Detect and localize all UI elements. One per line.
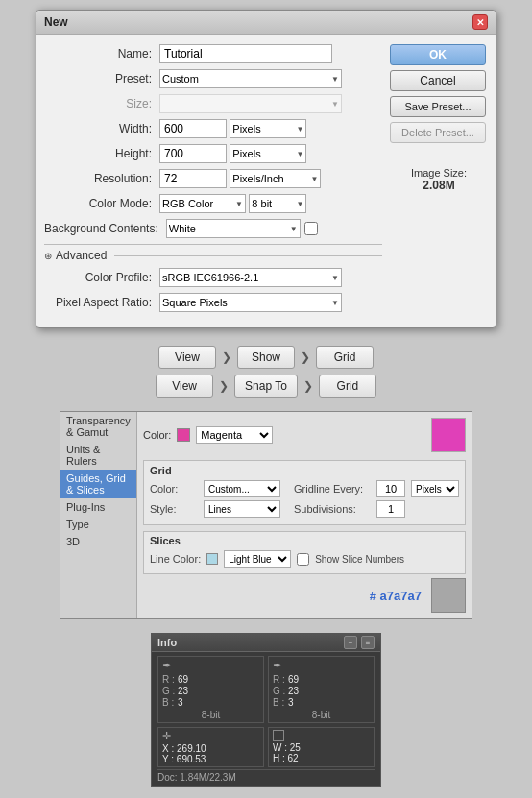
gridline-unit-select[interactable]: PixelsInchescm <box>411 480 459 497</box>
toolbar-snapto-btn[interactable]: Snap To <box>234 375 298 398</box>
resolution-input[interactable] <box>159 169 227 188</box>
grid-style-label: Style: <box>150 503 198 515</box>
name-row: Name: <box>44 44 382 63</box>
toolbar-arrow-1: ❯ <box>220 351 233 364</box>
info-col-left-header: ✒ <box>162 659 259 672</box>
size-label: Size: <box>44 97 159 110</box>
size-select[interactable] <box>159 94 342 113</box>
prefs-grid-section: Grid Color: Custom...Light RedLight Gree… <box>143 460 466 525</box>
color-profile-label: Color Profile: <box>44 271 159 284</box>
width-input[interactable] <box>159 119 227 138</box>
rect-icon <box>273 730 284 741</box>
grid-style-select[interactable]: LinesDashed LinesDots <box>204 500 280 518</box>
ok-button[interactable]: OK <box>390 44 486 65</box>
preset-select[interactable]: Custom Default Photoshop Size US Paper <box>159 69 342 88</box>
preset-row: Preset: Custom Default Photoshop Size US… <box>44 69 382 88</box>
color-mode-label: Color Mode: <box>44 197 159 210</box>
info-r1-row: R : 69 <box>162 674 259 685</box>
slices-row: Line Color: Light BlueRed Show Slice Num… <box>150 550 459 568</box>
bg-checkbox[interactable] <box>304 222 318 235</box>
bg-select[interactable]: WhiteBackground ColorTransparent <box>166 219 301 238</box>
b1-value: 3 <box>178 697 183 708</box>
height-row: Height: PixelsInchescm <box>44 144 382 163</box>
h-label: H : <box>273 753 285 763</box>
name-input[interactable] <box>159 44 332 63</box>
grid-color-select[interactable]: Custom...Light RedLight Green <box>204 480 280 497</box>
grid-color-row: Color: Custom...Light RedLight Green Gri… <box>150 480 459 497</box>
xy-header: ✛ <box>162 730 259 742</box>
g1-label: G : <box>162 686 176 696</box>
sidebar-item-plugins[interactable]: Plug-Ins <box>60 498 136 516</box>
delete-preset-button[interactable]: Delete Preset... <box>390 122 486 143</box>
color-mode-row: Color Mode: RGB ColorCMYKGrayscale 8 bit… <box>44 194 382 213</box>
show-numbers-checkbox[interactable] <box>297 553 309 566</box>
magenta-preview <box>431 418 466 452</box>
magenta-swatch <box>177 428 190 442</box>
info-col-left: ✒ R : 69 G : 23 B : 3 8-bit <box>157 656 264 723</box>
toolbar-row-1: View ❯ Show ❯ Grid <box>158 346 374 369</box>
cancel-button[interactable]: Cancel <box>390 70 486 91</box>
info-minimize-btn[interactable]: − <box>344 636 357 649</box>
sidebar-item-3d[interactable]: 3D <box>60 533 136 550</box>
bg-label: Background Contents: <box>44 222 166 235</box>
toolbar-grid-btn-1[interactable]: Grid <box>316 346 374 369</box>
g2-value: 23 <box>288 686 299 696</box>
sidebar-item-guides[interactable]: Guides, Grid & Slices <box>60 470 136 498</box>
b2-label: B : <box>273 697 286 708</box>
doc-label: Doc: <box>157 772 178 783</box>
grid-section-title: Grid <box>150 465 459 476</box>
width-unit-select[interactable]: PixelsInchescm <box>230 119 306 138</box>
y-value: 690.53 <box>177 754 206 764</box>
bit1-label: 8-bit <box>162 710 259 720</box>
gridline-input[interactable] <box>376 480 405 497</box>
height-unit-select[interactable]: PixelsInchescm <box>230 144 306 163</box>
eyedropper-icon-right: ✒ <box>273 659 282 672</box>
height-input[interactable] <box>159 144 227 163</box>
dialog-buttons: OK Cancel Save Preset... Delete Preset..… <box>382 44 488 318</box>
bit-select[interactable]: 8 bit16 bit32 bit <box>249 194 306 213</box>
dialog-titlebar: New ✕ <box>36 11 496 35</box>
info-title: Info <box>157 637 177 648</box>
width-row: Width: PixelsInchescm <box>44 119 382 138</box>
toolbar-arrow-4: ❯ <box>302 379 315 393</box>
toolbar-show-btn[interactable]: Show <box>237 346 295 369</box>
w-value: 25 <box>290 742 301 753</box>
info-r2-row: R : 69 <box>273 674 370 685</box>
info-controls: − ≡ <box>344 636 375 649</box>
save-preset-button[interactable]: Save Preset... <box>390 96 486 117</box>
gray-swatch <box>431 578 466 613</box>
toolbar-grid-btn-2[interactable]: Grid <box>319 375 376 398</box>
color-profile-select-wrapper: sRGB IEC61966-2.1Adobe RGB <box>159 268 342 287</box>
sidebar-item-type[interactable]: Type <box>60 516 136 533</box>
subdivisions-input[interactable] <box>376 500 405 518</box>
toolbar-view-btn-2[interactable]: View <box>156 375 213 398</box>
sidebar-item-units[interactable]: Units & Rulers <box>60 441 136 470</box>
resolution-unit-select[interactable]: Pixels/InchPixels/cm <box>230 169 321 188</box>
color-mode-select[interactable]: RGB ColorCMYKGrayscale <box>159 194 246 213</box>
info-menu-btn[interactable]: ≡ <box>361 636 375 649</box>
toolbar-view-btn-1[interactable]: View <box>158 346 216 369</box>
toolbar-arrow-2: ❯ <box>299 351 312 364</box>
toolbar-arrow-3: ❯ <box>217 379 230 393</box>
prefs-color-row: Color: MagentaCyanBlack <box>143 418 466 452</box>
line-color-select[interactable]: Light BlueRed <box>224 550 291 568</box>
advanced-header[interactable]: ⊛ Advanced <box>44 249 382 262</box>
sidebar-item-transparency[interactable]: Transparency & Gamut <box>60 412 136 441</box>
height-label: Height: <box>44 147 159 160</box>
line-color-swatch <box>206 553 218 565</box>
grid-color-label: Color: <box>150 483 198 495</box>
close-button[interactable]: ✕ <box>472 14 488 30</box>
info-b1-row: B : 3 <box>162 697 259 708</box>
info-wh-col: W : 25 H : 62 <box>268 727 375 767</box>
pixel-ratio-select[interactable]: Square PixelsD1/DV NTSC (0.91) <box>159 293 342 312</box>
doc-value: 1.84M/22.3M <box>180 772 235 783</box>
r2-label: R : <box>273 674 286 685</box>
new-dialog: New ✕ Name: Preset: Custom Default Photo… <box>36 10 496 328</box>
prefs-color-select[interactable]: MagentaCyanBlack <box>196 426 273 444</box>
bit2-label: 8-bit <box>273 710 370 720</box>
info-b2-row: B : 3 <box>273 697 370 708</box>
info-col-right-header: ✒ <box>273 659 370 672</box>
color-profile-select[interactable]: sRGB IEC61966-2.1Adobe RGB <box>159 268 342 287</box>
preset-label: Preset: <box>44 72 159 85</box>
resolution-unit-wrapper: Pixels/InchPixels/cm <box>230 169 321 188</box>
